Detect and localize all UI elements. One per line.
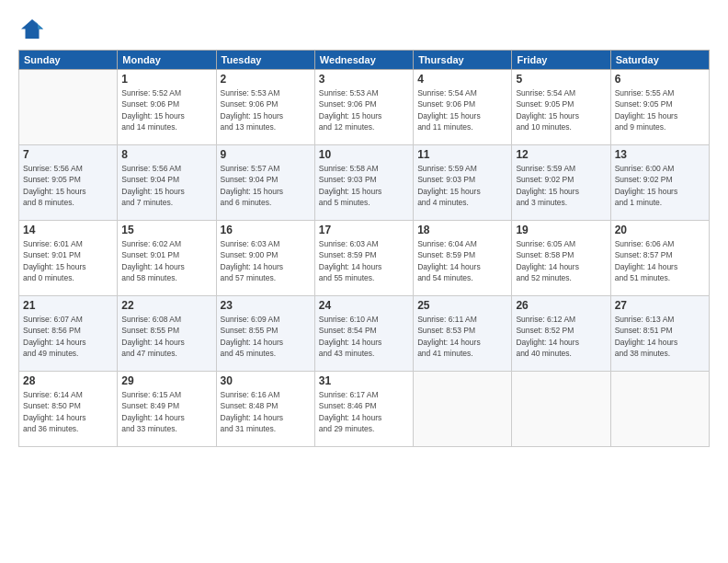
- day-info: Sunrise: 6:09 AM Sunset: 8:55 PM Dayligh…: [221, 314, 311, 359]
- day-number: 21: [23, 299, 113, 312]
- day-number: 20: [615, 224, 705, 236]
- calendar-cell: 18Sunrise: 6:04 AM Sunset: 8:59 PM Dayli…: [414, 221, 512, 296]
- day-number: 13: [615, 148, 705, 161]
- calendar-cell: 11Sunrise: 5:59 AM Sunset: 9:03 PM Dayli…: [414, 145, 512, 221]
- calendar: SundayMondayTuesdayWednesdayThursdayFrid…: [18, 50, 710, 447]
- calendar-cell: 17Sunrise: 6:03 AM Sunset: 8:59 PM Dayli…: [314, 221, 413, 296]
- day-info: Sunrise: 5:55 AM Sunset: 9:05 PM Dayligh…: [615, 87, 705, 132]
- logo: [18, 17, 50, 44]
- weekday-header: Saturday: [610, 51, 709, 70]
- day-number: 3: [319, 73, 409, 86]
- day-info: Sunrise: 5:59 AM Sunset: 9:02 PM Dayligh…: [516, 163, 606, 208]
- weekday-header: Wednesday: [314, 51, 413, 70]
- weekday-header: Sunday: [19, 51, 118, 70]
- calendar-cell: 12Sunrise: 5:59 AM Sunset: 9:02 PM Dayli…: [512, 145, 610, 221]
- weekday-header: Monday: [118, 51, 216, 70]
- day-number: 10: [319, 148, 409, 161]
- calendar-cell: 25Sunrise: 6:11 AM Sunset: 8:53 PM Dayli…: [414, 296, 512, 372]
- day-number: 8: [121, 148, 211, 161]
- day-info: Sunrise: 6:07 AM Sunset: 8:56 PM Dayligh…: [23, 314, 113, 359]
- calendar-cell: 26Sunrise: 6:12 AM Sunset: 8:52 PM Dayli…: [512, 296, 610, 372]
- calendar-cell: [512, 372, 610, 447]
- calendar-cell: 31Sunrise: 6:17 AM Sunset: 8:46 PM Dayli…: [314, 372, 413, 447]
- day-info: Sunrise: 5:53 AM Sunset: 9:06 PM Dayligh…: [319, 87, 409, 132]
- day-info: Sunrise: 6:14 AM Sunset: 8:50 PM Dayligh…: [23, 389, 113, 434]
- calendar-cell: 3Sunrise: 5:53 AM Sunset: 9:06 PM Daylig…: [314, 70, 413, 145]
- header: [18, 17, 710, 44]
- day-number: 17: [319, 224, 409, 236]
- day-info: Sunrise: 5:52 AM Sunset: 9:06 PM Dayligh…: [121, 87, 211, 132]
- day-number: 28: [23, 374, 113, 387]
- day-info: Sunrise: 5:59 AM Sunset: 9:03 PM Dayligh…: [417, 163, 507, 208]
- day-info: Sunrise: 5:56 AM Sunset: 9:04 PM Dayligh…: [121, 163, 211, 208]
- calendar-cell: 1Sunrise: 5:52 AM Sunset: 9:06 PM Daylig…: [118, 70, 216, 145]
- calendar-cell: 22Sunrise: 6:08 AM Sunset: 8:55 PM Dayli…: [118, 296, 216, 372]
- day-number: 9: [221, 148, 311, 161]
- day-number: 19: [516, 224, 606, 236]
- day-info: Sunrise: 5:56 AM Sunset: 9:05 PM Dayligh…: [23, 163, 113, 208]
- calendar-cell: 21Sunrise: 6:07 AM Sunset: 8:56 PM Dayli…: [19, 296, 118, 372]
- day-info: Sunrise: 5:54 AM Sunset: 9:06 PM Dayligh…: [417, 87, 507, 132]
- calendar-cell: 14Sunrise: 6:01 AM Sunset: 9:01 PM Dayli…: [19, 221, 118, 296]
- calendar-cell: 23Sunrise: 6:09 AM Sunset: 8:55 PM Dayli…: [216, 296, 314, 372]
- day-info: Sunrise: 6:11 AM Sunset: 8:53 PM Dayligh…: [417, 314, 507, 359]
- day-info: Sunrise: 6:15 AM Sunset: 8:49 PM Dayligh…: [121, 389, 211, 434]
- header-row: SundayMondayTuesdayWednesdayThursdayFrid…: [19, 51, 710, 70]
- calendar-cell: 19Sunrise: 6:05 AM Sunset: 8:58 PM Dayli…: [512, 221, 610, 296]
- day-number: 12: [516, 148, 606, 161]
- day-number: 27: [615, 299, 705, 312]
- day-number: 31: [319, 374, 409, 387]
- day-info: Sunrise: 6:12 AM Sunset: 8:52 PM Dayligh…: [516, 314, 606, 359]
- weekday-header: Friday: [512, 51, 610, 70]
- day-info: Sunrise: 6:10 AM Sunset: 8:54 PM Dayligh…: [319, 314, 409, 359]
- calendar-week-row: 1Sunrise: 5:52 AM Sunset: 9:06 PM Daylig…: [19, 70, 710, 145]
- calendar-cell: 13Sunrise: 6:00 AM Sunset: 9:02 PM Dayli…: [610, 145, 709, 221]
- calendar-week-row: 28Sunrise: 6:14 AM Sunset: 8:50 PM Dayli…: [19, 372, 710, 447]
- logo-icon: [18, 17, 46, 44]
- calendar-cell: 27Sunrise: 6:13 AM Sunset: 8:51 PM Dayli…: [610, 296, 709, 372]
- day-number: 23: [221, 299, 311, 312]
- calendar-cell: [19, 70, 118, 145]
- weekday-header: Tuesday: [216, 51, 314, 70]
- calendar-cell: 9Sunrise: 5:57 AM Sunset: 9:04 PM Daylig…: [216, 145, 314, 221]
- day-number: 6: [615, 73, 705, 86]
- day-info: Sunrise: 6:06 AM Sunset: 8:57 PM Dayligh…: [615, 238, 705, 283]
- day-info: Sunrise: 6:13 AM Sunset: 8:51 PM Dayligh…: [615, 314, 705, 359]
- day-info: Sunrise: 6:01 AM Sunset: 9:01 PM Dayligh…: [23, 238, 113, 283]
- calendar-cell: 2Sunrise: 5:53 AM Sunset: 9:06 PM Daylig…: [216, 70, 314, 145]
- calendar-week-row: 21Sunrise: 6:07 AM Sunset: 8:56 PM Dayli…: [19, 296, 710, 372]
- calendar-cell: 8Sunrise: 5:56 AM Sunset: 9:04 PM Daylig…: [118, 145, 216, 221]
- day-number: 22: [121, 299, 211, 312]
- calendar-cell: [414, 372, 512, 447]
- calendar-week-row: 7Sunrise: 5:56 AM Sunset: 9:05 PM Daylig…: [19, 145, 710, 221]
- calendar-cell: 10Sunrise: 5:58 AM Sunset: 9:03 PM Dayli…: [314, 145, 413, 221]
- day-info: Sunrise: 6:03 AM Sunset: 8:59 PM Dayligh…: [319, 238, 409, 283]
- day-number: 1: [121, 73, 211, 86]
- calendar-cell: [610, 372, 709, 447]
- calendar-cell: 28Sunrise: 6:14 AM Sunset: 8:50 PM Dayli…: [19, 372, 118, 447]
- calendar-week-row: 14Sunrise: 6:01 AM Sunset: 9:01 PM Dayli…: [19, 221, 710, 296]
- calendar-cell: 15Sunrise: 6:02 AM Sunset: 9:01 PM Dayli…: [118, 221, 216, 296]
- day-info: Sunrise: 6:04 AM Sunset: 8:59 PM Dayligh…: [417, 238, 507, 283]
- day-info: Sunrise: 6:17 AM Sunset: 8:46 PM Dayligh…: [319, 389, 409, 434]
- day-number: 26: [516, 299, 606, 312]
- day-number: 15: [121, 224, 211, 236]
- day-info: Sunrise: 6:16 AM Sunset: 8:48 PM Dayligh…: [221, 389, 311, 434]
- calendar-cell: 7Sunrise: 5:56 AM Sunset: 9:05 PM Daylig…: [19, 145, 118, 221]
- day-number: 14: [23, 224, 113, 236]
- calendar-cell: 20Sunrise: 6:06 AM Sunset: 8:57 PM Dayli…: [610, 221, 709, 296]
- day-info: Sunrise: 6:05 AM Sunset: 8:58 PM Dayligh…: [516, 238, 606, 283]
- day-number: 16: [221, 224, 311, 236]
- calendar-cell: 16Sunrise: 6:03 AM Sunset: 9:00 PM Dayli…: [216, 221, 314, 296]
- day-number: 29: [121, 374, 211, 387]
- day-number: 30: [221, 374, 311, 387]
- day-number: 11: [417, 148, 507, 161]
- day-number: 25: [417, 299, 507, 312]
- day-info: Sunrise: 6:03 AM Sunset: 9:00 PM Dayligh…: [221, 238, 311, 283]
- day-number: 24: [319, 299, 409, 312]
- day-info: Sunrise: 5:53 AM Sunset: 9:06 PM Dayligh…: [221, 87, 311, 132]
- day-number: 5: [516, 73, 606, 86]
- calendar-cell: 4Sunrise: 5:54 AM Sunset: 9:06 PM Daylig…: [414, 70, 512, 145]
- calendar-cell: 30Sunrise: 6:16 AM Sunset: 8:48 PM Dayli…: [216, 372, 314, 447]
- day-info: Sunrise: 5:54 AM Sunset: 9:05 PM Dayligh…: [516, 87, 606, 132]
